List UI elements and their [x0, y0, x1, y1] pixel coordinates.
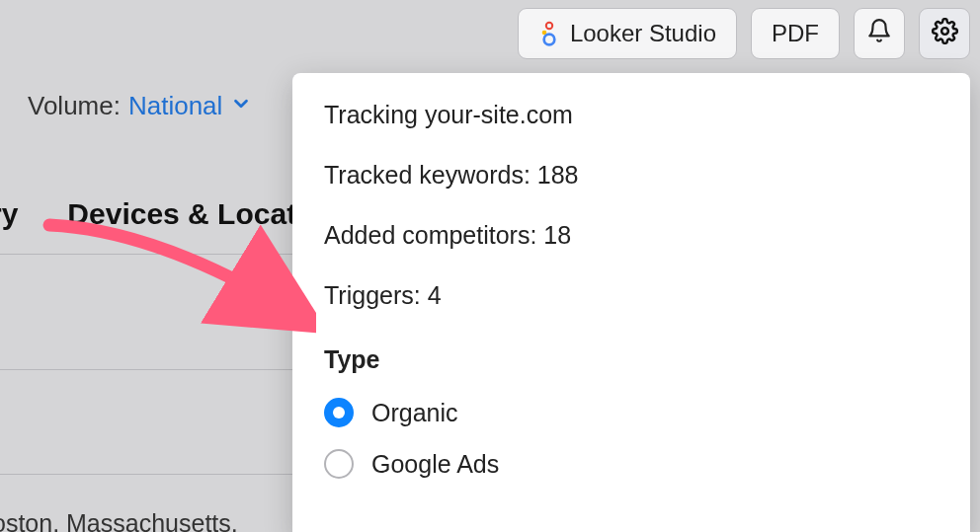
- tracking-domain: Tracking your-site.com: [324, 101, 939, 129]
- tabs-divider: [0, 254, 296, 255]
- bell-icon: [866, 18, 892, 49]
- tracked-keywords-count: Tracked keywords: 188: [324, 161, 939, 190]
- pdf-label: PDF: [772, 20, 819, 47]
- volume-label: Volume:: [28, 91, 121, 121]
- svg-point-3: [941, 28, 948, 35]
- svg-point-2: [544, 35, 555, 45]
- location-text: oston, Massachusetts,: [0, 509, 238, 532]
- radio-icon-unselected: [324, 449, 354, 479]
- tab-partial-left[interactable]: ry: [0, 197, 18, 231]
- tabs: ry Devices & Locat: [0, 197, 296, 231]
- settings-dropdown-panel: Tracking your-site.com Tracked keywords:…: [292, 73, 970, 532]
- row-divider-2: [0, 474, 296, 475]
- radio-option-organic[interactable]: Organic: [324, 398, 939, 427]
- toolbar: Looker Studio PDF: [518, 8, 970, 59]
- notifications-button[interactable]: [854, 8, 905, 59]
- radio-icon-selected: [324, 398, 354, 427]
- type-heading: Type: [324, 345, 939, 374]
- looker-studio-button[interactable]: Looker Studio: [518, 8, 737, 59]
- tab-devices-locations[interactable]: Devices & Locat: [67, 197, 296, 231]
- pdf-button[interactable]: PDF: [751, 8, 840, 59]
- volume-filter[interactable]: Volume: National: [28, 91, 252, 121]
- volume-value: National: [128, 91, 222, 121]
- radio-label-google-ads: Google Ads: [371, 450, 499, 479]
- looker-studio-label: Looker Studio: [570, 20, 716, 47]
- radio-label-organic: Organic: [371, 399, 458, 427]
- radio-option-google-ads[interactable]: Google Ads: [324, 449, 939, 479]
- row-divider-1: [0, 369, 296, 370]
- triggers-count: Triggers: 4: [324, 281, 939, 310]
- added-competitors-count: Added competitors: 18: [324, 221, 939, 250]
- settings-button[interactable]: [919, 8, 970, 59]
- chevron-down-icon: [230, 91, 252, 121]
- svg-point-0: [546, 23, 552, 29]
- looker-studio-icon: [538, 21, 560, 46]
- gear-icon: [932, 18, 958, 50]
